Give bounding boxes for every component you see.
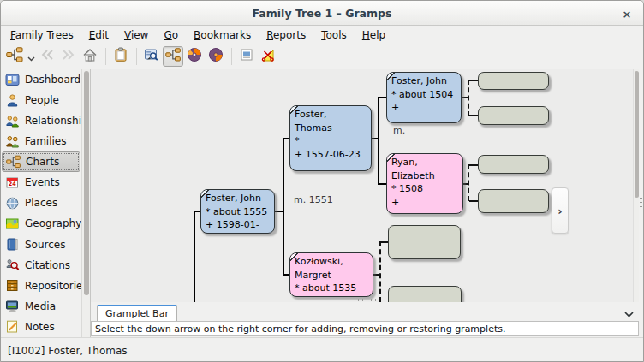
person-birth: * about 1535 [295,282,368,295]
sidebar-item-sources[interactable]: Sources [1,234,81,255]
home-button[interactable] [80,46,100,67]
person-name: Foster, Thomas [295,108,367,134]
gramps-window: Family Tree 1 – Gramps × Family Trees Ed… [0,0,644,362]
menu-bookmarks[interactable]: Bookmarks [186,27,259,43]
unknown-person-box[interactable] [388,286,462,302]
person-name: Foster, John [206,192,270,205]
back-button[interactable] [37,46,57,67]
tree-search-view-button[interactable] [141,46,162,67]
canvas-scrollbar-thumb[interactable] [635,71,639,198]
descendant-connector-line [194,211,195,302]
forward-icon [61,48,76,65]
unknown-person-box[interactable] [388,225,461,259]
menu-help[interactable]: Help [355,27,393,43]
clipboard-icon [113,47,128,66]
sidebar-scrollbar-thumb[interactable] [84,71,89,295]
dashboard-icon [5,73,20,87]
tools-button[interactable] [258,46,278,67]
gramplet-message: Select the down arrow on the right corne… [91,321,639,336]
sidebar-item-citations[interactable]: Citations [1,255,81,276]
menubar: Family Trees Edit View Go Bookmarks Repo… [1,27,643,44]
note-pencil-icon [5,319,20,334]
unknown-person-box[interactable] [478,106,549,125]
person-death: + [391,101,456,115]
close-icon[interactable]: × [619,6,635,21]
family-tree-button[interactable] [4,46,25,67]
forward-button[interactable] [58,46,79,67]
menu-family-trees[interactable]: Family Trees [3,27,81,43]
sidebar-item-notes[interactable]: Notes [1,317,81,337]
category-sidebar: Dashboard People Relationships Families … [1,69,81,337]
report-document-icon [240,48,253,65]
sidebar-item-people[interactable]: People [1,90,81,110]
citation-magnifier-icon [5,258,20,272]
statusbar: [I1002] Foster, Thomas [1,337,643,362]
menu-reports[interactable]: Reports [259,27,313,43]
sidebar-item-dashboard[interactable]: Dashboard [1,69,81,90]
clipboard-button[interactable] [110,46,131,67]
family-tree-dropdown[interactable] [26,46,37,67]
person-box-active[interactable]: Foster, John * about 1555 + 1598-01-31 [200,189,275,234]
monitor-icon [5,299,20,313]
fanchart-descendant-view-button[interactable] [206,46,226,67]
scissors-icon [260,48,276,66]
sidebar-item-events[interactable]: 24 Events [1,172,81,193]
pane-resize-grip[interactable] [640,196,642,215]
charts-tree-icon [6,155,21,169]
reports-button[interactable] [236,46,257,67]
person-birth: * 1508 [391,182,458,196]
person-box-grandmother[interactable]: Ryan, Elizabeth * 1508 + [386,153,463,214]
menu-go[interactable]: Go [156,27,186,43]
sidebar-item-label: Families [25,135,66,147]
sidebar-scrollbar[interactable] [81,69,90,337]
unknown-person-box[interactable] [478,72,549,90]
canvas-scrollbar[interactable] [633,69,639,302]
back-icon [39,48,55,65]
globe-icon [5,196,20,211]
family-tree-icon [6,47,23,66]
person-name: Foster, John [391,74,456,88]
two-people-icon [5,114,20,128]
expand-right-button[interactable]: › [552,187,569,234]
gramplet-bar-tab[interactable]: Gramplet Bar [97,305,177,321]
chevron-down-icon [27,49,35,65]
grandparents-connector-line [378,97,379,185]
sidebar-item-label: Events [25,176,60,188]
sidebar-item-repositories[interactable]: Repositories [1,276,81,296]
person-box-father[interactable]: Foster, Thomas * + 1557-06-23 [289,105,372,171]
pedigree-view-button[interactable] [163,46,183,67]
sidebar-item-charts[interactable]: Charts [2,151,80,172]
pedigree-canvas[interactable]: Foster, John * about 1555 + 1598-01-31 F… [91,69,633,302]
pedigree-icon [165,48,181,65]
sidebar-item-families[interactable]: Families [1,131,81,151]
toolbar-separator [231,48,232,65]
person-box-grandfather[interactable]: Foster, John * about 1504 + [386,72,462,123]
pane-resize-grip[interactable] [356,299,377,301]
sidebar-item-places[interactable]: Places [1,193,81,213]
calendar-icon: 24 [5,175,20,190]
parents-connector-line [283,138,284,276]
menu-view[interactable]: View [116,27,156,43]
sidebar-item-label: People [25,94,59,106]
menu-tools[interactable]: Tools [313,27,355,43]
sidebar-item-label: Media [25,300,56,312]
home-icon [82,48,98,66]
gramplet-menu-button[interactable] [621,306,636,319]
unknown-person-box[interactable] [478,189,549,213]
sidebar-item-media[interactable]: Media [1,296,81,317]
menu-edit[interactable]: Edit [81,27,116,43]
tree-search-icon [144,48,159,66]
dashed-connector-line [468,80,469,116]
toolbar-separator [136,48,137,65]
sidebar-item-label: Repositories [25,280,88,292]
unknown-person-box[interactable] [478,155,549,174]
person-box-mother[interactable]: Kozłowski, Margret * about 1535 + before… [289,252,373,297]
person-birth: * about 1555 [206,205,270,219]
sidebar-item-relationships[interactable]: Relationships [1,110,81,131]
sidebar-item-geography[interactable]: Geography [1,213,81,234]
fanchart-view-button[interactable] [184,46,205,67]
chevron-right-icon: › [558,205,562,217]
statusbar-text: [I1002] Foster, Thomas [8,345,128,357]
sidebar-item-label: Notes [25,321,55,333]
svg-text:24: 24 [9,181,17,187]
